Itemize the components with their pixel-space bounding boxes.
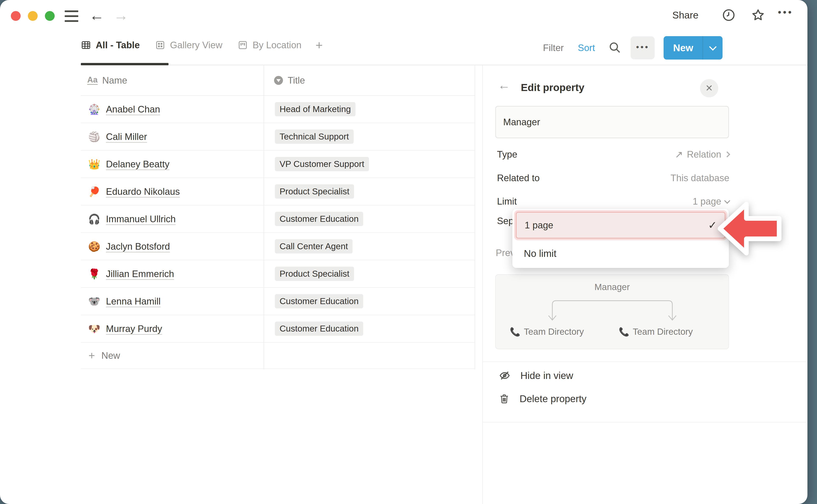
new-split-button[interactable]: New	[664, 36, 723, 60]
view-toolbar: Filter Sort ••• New	[543, 36, 723, 60]
limit-dropdown-menu: 1 page ✓ No limit	[512, 209, 729, 268]
board-view-icon	[238, 40, 248, 50]
tab-by-location[interactable]: By Location	[238, 40, 301, 50]
minimize-window-icon[interactable]	[28, 11, 38, 21]
search-icon[interactable]	[608, 41, 621, 55]
updates-clock-icon[interactable]	[722, 8, 736, 23]
page-link[interactable]: Jillian Emmerich	[106, 269, 174, 279]
type-value[interactable]: ↗ Relation	[675, 149, 729, 160]
select-tag[interactable]: Product Specialist	[275, 184, 354, 199]
text-property-icon: Aa	[87, 76, 98, 85]
page-link[interactable]: Cali Miller	[106, 131, 147, 142]
annotation-arrow-icon	[717, 200, 783, 258]
sidebar-toggle-icon[interactable]	[65, 10, 78, 22]
column-header-name[interactable]: Aa Name	[87, 65, 127, 95]
select-tag[interactable]: Customer Education	[275, 294, 363, 308]
select-property-icon	[274, 76, 283, 85]
page-emoji: 🏐	[88, 131, 100, 142]
share-button[interactable]: Share	[672, 9, 699, 21]
sort-button[interactable]: Sort	[578, 43, 595, 53]
page-link[interactable]: Murray Purdy	[106, 323, 162, 334]
select-tag[interactable]: Product Specialist	[275, 267, 354, 281]
column-divider[interactable]	[475, 65, 475, 369]
page-link[interactable]: Anabel Chan	[106, 104, 160, 115]
new-button-dropdown[interactable]	[703, 36, 723, 60]
phone-icon: 📞	[510, 327, 521, 337]
page-link[interactable]: Delaney Beatty	[106, 159, 169, 169]
trash-icon	[499, 393, 510, 404]
page-link[interactable]: Jaclyn Botsford	[106, 241, 170, 252]
favorite-star-icon[interactable]	[751, 8, 765, 23]
delete-property-button[interactable]: Delete property	[499, 393, 587, 404]
page-emoji: 🐨	[88, 296, 100, 307]
select-tag[interactable]: Customer Education	[275, 322, 363, 336]
dropdown-option-1-page[interactable]: 1 page ✓	[516, 212, 726, 239]
property-row-related-to: Related to This database	[497, 167, 729, 189]
column-header-title[interactable]: Title	[274, 65, 305, 95]
new-button[interactable]: New	[664, 36, 703, 60]
zoom-window-icon[interactable]	[45, 11, 55, 21]
gallery-view-icon	[155, 40, 165, 50]
active-tab-underline	[81, 63, 168, 65]
page-emoji: 🎡	[88, 104, 100, 115]
hide-in-view-button[interactable]: Hide in view	[499, 370, 573, 382]
table-row[interactable]: 🐶Murray Purdy Customer Education	[81, 315, 475, 343]
close-icon: ×	[706, 81, 713, 95]
table-view-icon	[81, 40, 91, 50]
new-row-button[interactable]: + New	[81, 343, 475, 369]
select-tag[interactable]: Call Center Agent	[275, 239, 352, 253]
panel-section-divider	[482, 362, 807, 362]
page-link[interactable]: Eduardo Nikolaus	[106, 186, 180, 197]
phone-icon: 📞	[619, 327, 629, 337]
panel-close-button[interactable]: ×	[700, 79, 718, 97]
tab-gallery-view[interactable]: Gallery View	[155, 40, 222, 50]
relation-split-arrows	[496, 275, 729, 350]
select-tag[interactable]: Customer Education	[275, 212, 363, 226]
window-more-icon[interactable]: •••	[778, 6, 793, 18]
page-emoji: 🏓	[88, 186, 100, 197]
property-name-input[interactable]: Manager	[495, 106, 729, 138]
tab-all-table[interactable]: All - Table	[81, 40, 140, 50]
view-options-button[interactable]: •••	[631, 36, 655, 59]
panel-title: Edit property	[521, 82, 585, 93]
page-emoji: 🎧	[88, 213, 100, 225]
table-row[interactable]: 🏓Eduardo Nikolaus Product Specialist	[81, 178, 475, 205]
eye-off-icon	[499, 370, 511, 382]
table-row[interactable]: 👑Delaney Beatty VP Customer Support	[81, 151, 475, 178]
select-tag[interactable]: Head of Marketing	[275, 102, 355, 116]
page-emoji: 🐶	[88, 323, 100, 335]
select-tag[interactable]: VP Customer Support	[275, 157, 369, 171]
page-emoji: 🍪	[88, 241, 100, 252]
table-header: Aa Name Title	[81, 65, 475, 96]
table-row[interactable]: 🏐Cali Miller Technical Support	[81, 123, 475, 151]
chevron-down-icon	[709, 43, 717, 50]
page-link[interactable]: Lenna Hamill	[106, 296, 161, 307]
nav-back-icon[interactable]: ←	[89, 5, 104, 26]
page-emoji: 👑	[88, 158, 100, 170]
table-row[interactable]: 🎡Anabel Chan Head of Marketing	[81, 96, 475, 123]
plus-icon: +	[88, 349, 95, 362]
notion-window: ← → Share ••• All - Table Gallery View B…	[0, 0, 807, 504]
property-row-type: Type ↗ Relation	[497, 143, 729, 166]
table-row[interactable]: 🐨Lenna Hamill Customer Education	[81, 288, 475, 315]
table-row[interactable]: 🍪Jaclyn Botsford Call Center Agent	[81, 233, 475, 260]
relation-preview: Manager 📞 Team Directory 📞 Team Director…	[495, 274, 729, 349]
select-tag[interactable]: Technical Support	[275, 130, 353, 144]
panel-divider	[482, 65, 483, 504]
table-row[interactable]: 🌹Jillian Emmerich Product Specialist	[81, 260, 475, 288]
chevron-right-icon	[724, 151, 730, 157]
window-controls[interactable]	[11, 11, 55, 21]
close-window-icon[interactable]	[11, 11, 21, 21]
preview-child-relation: 📞 Team Directory	[619, 327, 693, 337]
view-tabs: All - Table Gallery View By Location +	[81, 38, 323, 52]
add-view-icon[interactable]: +	[315, 38, 323, 52]
dropdown-option-no-limit[interactable]: No limit	[516, 243, 726, 264]
panel-back-icon[interactable]: ←	[498, 78, 510, 92]
panel-section-divider	[482, 422, 807, 422]
filter-button[interactable]: Filter	[543, 43, 564, 53]
clipped-property-label: Sep	[497, 216, 514, 226]
related-to-value[interactable]: This database	[671, 173, 729, 183]
table-row[interactable]: 🎧Immanuel Ullrich Customer Education	[81, 205, 475, 233]
page-link[interactable]: Immanuel Ullrich	[106, 214, 176, 224]
table-body: 🎡Anabel Chan Head of Marketing 🏐Cali Mil…	[81, 96, 475, 369]
